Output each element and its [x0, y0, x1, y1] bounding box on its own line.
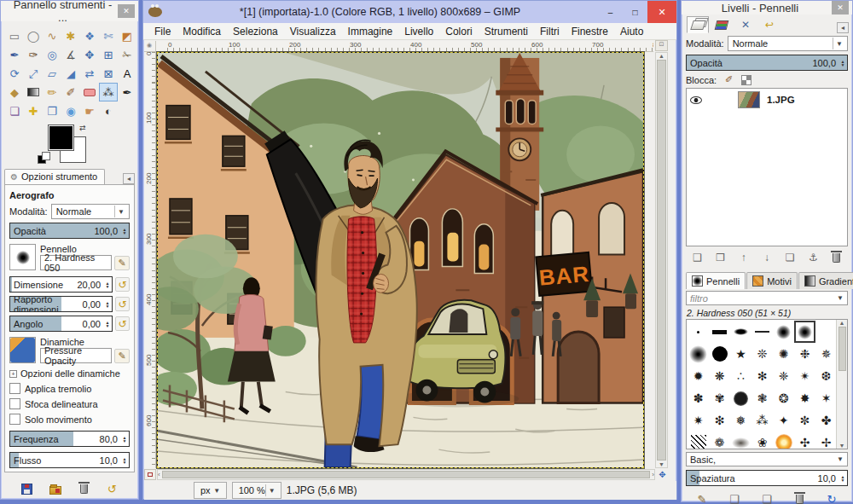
zoom-select[interactable]: 100 %▼: [232, 482, 281, 499]
scroll-down-icon[interactable]: ▼: [839, 443, 845, 449]
menu-item[interactable]: Finestre: [566, 24, 614, 39]
opacity-slider[interactable]: Opacità 100,0 ▲▼: [9, 223, 130, 239]
minimize-button[interactable]: –: [598, 3, 623, 20]
scroll-up-icon[interactable]: ▲: [839, 320, 845, 326]
tab-gradients[interactable]: Gradienti: [798, 272, 853, 289]
spinner-icon[interactable]: ▲▼: [120, 432, 129, 446]
titlebar[interactable]: *[1] (importata)-1.0 (Colore RGB, 1 live…: [143, 1, 676, 23]
menu-item[interactable]: Seleziona: [227, 24, 284, 39]
delete-layer-button[interactable]: [827, 250, 844, 265]
align-tool[interactable]: ⊞: [99, 45, 118, 64]
brush-name-field[interactable]: 2. Hardness 050: [40, 255, 112, 270]
brush-thumbnail[interactable]: ✹: [688, 365, 709, 387]
perspective-clone-tool[interactable]: ❐: [43, 101, 61, 120]
brush-thumbnail[interactable]: ✼: [794, 409, 815, 432]
brush-thumbnail[interactable]: ❉: [794, 343, 815, 365]
blur-sharpen-tool[interactable]: ◉: [61, 101, 80, 120]
tab-channels[interactable]: [711, 16, 733, 33]
close-button[interactable]: ✕: [647, 1, 676, 23]
scrollbar-thumb[interactable]: [162, 471, 651, 478]
flow-slider[interactable]: Flusso 10,0 ▲▼: [9, 452, 130, 468]
free-select-tool[interactable]: ∿: [43, 26, 61, 45]
refresh-brushes-button[interactable]: ↻: [823, 491, 840, 504]
tab-undo-history[interactable]: ↩: [758, 16, 780, 33]
brush-thumbnail[interactable]: ✾: [709, 387, 730, 409]
dodge-burn-tool[interactable]: ◐: [99, 101, 118, 120]
brush-thumbnail[interactable]: ∴: [730, 365, 751, 387]
scale-tool[interactable]: ⤢: [24, 64, 43, 83]
brush-thumbnail[interactable]: ✦: [773, 409, 794, 432]
brush-thumbnail[interactable]: ❋: [709, 365, 730, 387]
ellipse-select-tool[interactable]: ◯: [24, 26, 43, 45]
brush-thumbnail[interactable]: [688, 432, 709, 449]
raise-layer-button[interactable]: ↑: [735, 250, 752, 265]
rectangle-select-tool[interactable]: ▭: [5, 26, 24, 45]
menu-item[interactable]: Strumenti: [479, 24, 534, 39]
brush-thumbnail[interactable]: [709, 343, 730, 365]
swap-colors-icon[interactable]: ⇄: [79, 124, 86, 132]
spinner-icon[interactable]: ▲▼: [120, 453, 129, 467]
dock-titlebar[interactable]: Livelli - Pennelli ✕: [682, 1, 852, 14]
scissors-select-tool[interactable]: ✄: [99, 26, 118, 45]
maximize-button[interactable]: □: [623, 3, 647, 20]
select-by-color-tool[interactable]: ❖: [80, 26, 99, 45]
lock-pixels-icon[interactable]: ✐: [725, 74, 733, 85]
angle-slider[interactable]: Angolo 0,00 ▲▼: [9, 316, 113, 332]
edit-brush-button[interactable]: ✎: [693, 491, 711, 504]
dock-menu-button[interactable]: ◂: [837, 22, 849, 33]
horizontal-ruler[interactable]: 0100200300400500600700800: [156, 41, 653, 52]
tab-brushes[interactable]: Pennelli: [686, 272, 746, 289]
rate-slider[interactable]: Frequenza 80,0 ▲▼: [9, 431, 130, 447]
vertical-scrollbar[interactable]: ▲▼: [655, 52, 668, 468]
menu-item[interactable]: File: [148, 24, 177, 39]
brush-thumbnail[interactable]: [730, 432, 751, 449]
reset-tool-options-button[interactable]: ↺: [103, 480, 120, 497]
brush-thumbnail[interactable]: [730, 387, 751, 409]
reset-angle-button[interactable]: ↺: [115, 316, 130, 331]
scroll-left-icon[interactable]: ‹: [158, 471, 160, 478]
brush-thumbnail[interactable]: [751, 321, 773, 343]
spinner-icon[interactable]: ▲▼: [838, 55, 847, 70]
brush-thumbnail[interactable]: [815, 321, 836, 343]
perspective-tool[interactable]: ◢: [61, 64, 80, 83]
menu-item[interactable]: Modifica: [177, 24, 227, 39]
ruler-corner-button[interactable]: [144, 41, 156, 52]
brush-scrollbar[interactable]: ▲▼: [836, 320, 847, 449]
new-brush-button[interactable]: ❑: [726, 491, 743, 504]
layer-row[interactable]: 1.JPG: [687, 89, 847, 111]
cage-transform-tool[interactable]: ⊠: [99, 64, 118, 83]
lower-layer-button[interactable]: ↓: [758, 250, 775, 265]
scrollbar-thumb[interactable]: [838, 327, 846, 371]
aspect-ratio-slider[interactable]: Rapporto dimensioni 0,00 ▲▼: [9, 296, 113, 312]
brush-thumbnail[interactable]: ✻: [751, 365, 773, 387]
airbrush-tool[interactable]: ⁂: [99, 83, 118, 101]
fuzzy-select-tool[interactable]: ✱: [61, 26, 80, 45]
option-checkbox[interactable]: Solo movimento: [9, 414, 130, 425]
spinner-icon[interactable]: ▲▼: [120, 223, 129, 238]
scroll-right-icon[interactable]: ›: [652, 471, 654, 478]
restore-tool-preset-button[interactable]: [47, 480, 64, 497]
dynamics-options-expander[interactable]: + Opzioni delle dinamiche: [9, 368, 130, 379]
color-picker-tool[interactable]: ✑: [24, 45, 43, 64]
delete-brush-button[interactable]: [791, 491, 808, 504]
toolbox-titlebar[interactable]: Pannello strumenti - ... ✕: [1, 1, 138, 21]
brush-thumbnail[interactable]: ✴: [794, 365, 815, 387]
eraser-tool[interactable]: [80, 83, 99, 101]
brush-thumbnail[interactable]: ★: [730, 343, 751, 365]
brush-thumbnail[interactable]: ✺: [773, 343, 794, 365]
brush-thumbnail[interactable]: ✣: [794, 432, 815, 449]
brush-thumbnail[interactable]: ❆: [815, 365, 836, 387]
spinner-icon[interactable]: ▲▼: [103, 277, 112, 292]
brush-thumbnail[interactable]: ❀: [751, 432, 773, 449]
horizontal-scrollbar[interactable]: ‹›: [157, 469, 655, 480]
brush-thumbnail[interactable]: ❇: [709, 409, 730, 432]
bucket-fill-tool[interactable]: ◆: [5, 83, 24, 101]
measure-tool[interactable]: ∡: [61, 45, 80, 64]
menu-item[interactable]: Livello: [398, 24, 439, 39]
menu-item[interactable]: Immagine: [342, 24, 399, 39]
paintbrush-tool[interactable]: ✐: [61, 83, 80, 101]
dynamics-preview[interactable]: [9, 337, 36, 363]
menu-item[interactable]: Visualizza: [284, 24, 342, 39]
menu-item[interactable]: Aiuto: [614, 24, 649, 39]
spinner-icon[interactable]: ▲▼: [838, 471, 847, 485]
